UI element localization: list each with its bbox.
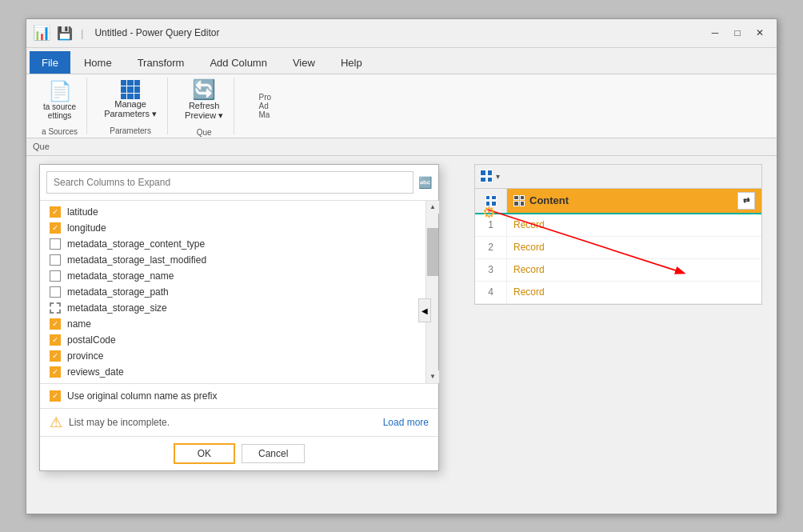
- list-item[interactable]: ✓ reviews_date: [40, 364, 425, 380]
- content-table-icon: [513, 195, 525, 206]
- warning-text: List may be incomplete.: [69, 417, 377, 428]
- checkbox-storage-size[interactable]: [50, 302, 61, 314]
- window-title: Untitled - Power Query Editor: [94, 27, 219, 38]
- table-header-icon: [485, 195, 497, 206]
- list-item[interactable]: ✓ province: [40, 348, 425, 364]
- list-item[interactable]: ✓ latitude: [40, 204, 425, 220]
- checkbox-latitude[interactable]: ✓: [50, 206, 61, 218]
- row-value[interactable]: Record: [507, 264, 761, 275]
- checkbox-use-prefix[interactable]: ✓: [50, 390, 61, 402]
- row-number: 4: [475, 282, 507, 303]
- table-view-dropdown[interactable]: ▾: [496, 172, 500, 181]
- cancel-button[interactable]: Cancel: [242, 444, 305, 463]
- ribbon-tabs: File Home Transform Add Column View Help: [26, 48, 777, 74]
- refresh-sublabel: Que: [197, 128, 212, 137]
- maximize-button[interactable]: □: [727, 22, 748, 43]
- list-item[interactable]: ✓ longitude: [40, 220, 425, 236]
- warning-icon: ⚠: [50, 414, 62, 431]
- checkbox-content-type[interactable]: [50, 238, 61, 250]
- scrollbar-thumb[interactable]: [427, 228, 438, 276]
- item-label-name: name: [67, 318, 91, 330]
- item-label-content-type: metadata_storage_content_type: [67, 238, 205, 250]
- checkbox-last-modified[interactable]: [50, 254, 61, 266]
- app-icon: 📊: [33, 24, 50, 42]
- row-number: 3: [475, 259, 507, 281]
- item-label-storage-name: metadata_storage_name: [67, 270, 174, 282]
- search-input[interactable]: [46, 171, 413, 194]
- data-source-icon: 📄: [48, 80, 72, 102]
- tab-view[interactable]: View: [281, 51, 327, 74]
- refresh-preview-label: RefreshPreview ▾: [185, 101, 223, 121]
- list-item[interactable]: metadata_storage_content_type: [40, 236, 425, 252]
- list-item[interactable]: metadata_storage_path: [40, 284, 425, 300]
- data-source-button[interactable]: 📄 ta sourceettings: [39, 76, 80, 124]
- collapse-button[interactable]: ◀: [418, 298, 431, 322]
- main-window: 📊 💾 | Untitled - Power Query Editor ─ □ …: [26, 18, 777, 514]
- window-controls: ─ □ ✕: [705, 22, 770, 43]
- row-num-header: [475, 189, 507, 213]
- tab-file[interactable]: File: [30, 51, 70, 74]
- tab-help[interactable]: Help: [329, 51, 374, 74]
- table-preview-panel: ▾: [474, 164, 762, 305]
- tab-home[interactable]: Home: [72, 51, 124, 74]
- close-button[interactable]: ✕: [749, 22, 770, 43]
- scroll-down-arrow[interactable]: ▼: [426, 370, 439, 383]
- table-header: Content ⇄: [475, 189, 761, 214]
- ok-button[interactable]: OK: [174, 443, 235, 464]
- checkbox-longitude[interactable]: ✓: [50, 222, 61, 234]
- list-item[interactable]: ✓ name: [40, 316, 425, 332]
- quick-access-separator: |: [81, 27, 83, 39]
- dialog-search-row: 🔤: [40, 165, 438, 201]
- ribbon-group-manage-params: ManageParameters ▾ Parameters: [94, 78, 168, 134]
- scroll-up-arrow[interactable]: ▲: [426, 201, 439, 214]
- row-value[interactable]: Record: [507, 219, 761, 230]
- expand-columns-dialog: 🔤 ✓ latitude ✓ longitude metadata_stora: [39, 164, 439, 471]
- item-label-reviews-date: reviews_date: [67, 366, 124, 378]
- prefix-label: Use original column name as prefix: [67, 390, 217, 402]
- row-value[interactable]: Record: [507, 286, 761, 298]
- save-icon[interactable]: 💾: [57, 26, 73, 41]
- checkbox-name[interactable]: ✓: [50, 318, 61, 330]
- tab-add-column[interactable]: Add Column: [198, 51, 279, 74]
- main-area: ◀ 🔤 ✓ latitude ✓ longitude: [26, 156, 777, 514]
- ribbon-query-row: Que: [26, 138, 777, 155]
- table-row: 2 Record: [475, 237, 761, 259]
- ribbon-group-data-source: 📄 ta sourceettings a Sources: [33, 78, 87, 134]
- data-source-label: ta sourceettings: [43, 102, 76, 120]
- list-item[interactable]: metadata_storage_name: [40, 268, 425, 284]
- refresh-preview-button[interactable]: 🔄 RefreshPreview ▾: [181, 74, 227, 125]
- table-view-icon[interactable]: [480, 170, 493, 182]
- manage-parameters-label: ManageParameters ▾: [104, 99, 157, 119]
- list-item[interactable]: metadata_storage_size: [40, 300, 425, 316]
- ribbon: File Home Transform Add Column View Help…: [26, 48, 777, 156]
- checkbox-reviews-date[interactable]: ✓: [50, 366, 61, 378]
- parameters-sublabel: Parameters: [110, 126, 151, 135]
- table-row: 1 Record: [475, 214, 761, 237]
- checkbox-storage-path[interactable]: [50, 286, 61, 298]
- data-sources-sublabel: a Sources: [42, 127, 78, 136]
- item-label-postalCode: postalCode: [67, 334, 116, 346]
- minimize-button[interactable]: ─: [705, 22, 725, 43]
- tab-transform[interactable]: Transform: [126, 51, 197, 74]
- dialog-list-container: ✓ latitude ✓ longitude metadata_storage_…: [40, 201, 438, 383]
- row-value[interactable]: Record: [507, 242, 761, 253]
- checkbox-storage-name[interactable]: [50, 270, 61, 282]
- dialog-warning: ⚠ List may be incomplete. Load more: [40, 408, 438, 436]
- table-row: 3 Record: [475, 259, 761, 282]
- list-item[interactable]: metadata_storage_last_modified: [40, 252, 425, 268]
- row-number: 1: [475, 214, 507, 236]
- sort-icon[interactable]: 🔤: [418, 176, 432, 189]
- item-label-last-modified: metadata_storage_last_modified: [67, 254, 206, 266]
- checkbox-postalCode[interactable]: ✓: [50, 334, 61, 346]
- manage-parameters-button[interactable]: ManageParameters ▾: [100, 76, 161, 123]
- expand-column-button[interactable]: ⇄: [737, 192, 755, 210]
- ribbon-group-more: ProAdMa: [241, 78, 289, 134]
- vertical-scrollbar: ▲ ▼: [425, 201, 438, 383]
- item-label-longitude: longitude: [67, 222, 106, 234]
- list-item[interactable]: ✓ postalCode: [40, 332, 425, 348]
- query-label[interactable]: Que: [33, 142, 50, 151]
- checkbox-province[interactable]: ✓: [50, 350, 61, 362]
- row-number: 2: [475, 237, 507, 258]
- refresh-icon: 🔄: [192, 78, 216, 101]
- load-more-link[interactable]: Load more: [383, 417, 429, 428]
